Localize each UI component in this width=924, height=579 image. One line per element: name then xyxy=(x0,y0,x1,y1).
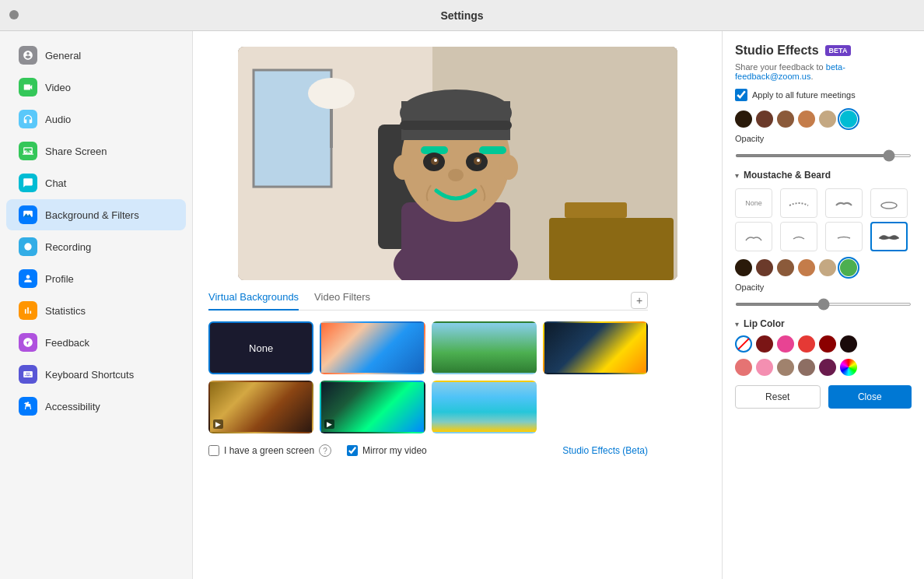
opacity-slider-mustache[interactable] xyxy=(735,303,912,306)
sidebar-item-accessibility[interactable]: Accessibility xyxy=(6,391,186,422)
sidebar: GeneralVideoAudioShare ScreenChatBackgro… xyxy=(0,31,193,579)
tab-virtual-backgrounds[interactable]: Virtual Backgrounds xyxy=(208,291,299,311)
close-dot[interactable] xyxy=(9,10,19,19)
apply-row: Apply to all future meetings xyxy=(735,89,912,101)
mustache-1[interactable] xyxy=(780,188,817,218)
sidebar-item-chat[interactable]: Chat xyxy=(6,167,186,198)
mustache-swatch-6[interactable] xyxy=(840,259,857,276)
panel-buttons: Reset Close xyxy=(735,385,912,409)
eyebrow-swatch-1[interactable] xyxy=(735,111,752,128)
mustache-grid: None xyxy=(735,188,912,251)
background-grid: None ▶ ▶ xyxy=(208,321,648,433)
recording-icon xyxy=(19,237,37,256)
mustache-6[interactable] xyxy=(825,222,863,251)
sidebar-label-recording: Recording xyxy=(45,241,91,253)
sidebar-item-recording[interactable]: Recording xyxy=(6,231,186,262)
sidebar-label-accessibility: Accessibility xyxy=(45,401,100,412)
mustache-3[interactable] xyxy=(870,188,908,218)
bg-space[interactable] xyxy=(543,321,648,374)
svg-point-27 xyxy=(448,169,464,181)
lip-swatch-8[interactable] xyxy=(777,359,794,376)
video-icon: ▶ xyxy=(213,419,223,429)
eyebrow-swatch-3[interactable] xyxy=(777,111,794,128)
bottom-controls: I have a green screen ? Mirror my video … xyxy=(208,444,648,457)
sidebar-label-share-screen: Share Screen xyxy=(45,146,107,157)
svg-point-1 xyxy=(24,243,31,250)
bg-aurora[interactable]: ▶ xyxy=(320,381,425,433)
mustache-5[interactable] xyxy=(780,222,817,251)
green-screen-help[interactable]: ? xyxy=(319,444,331,457)
mustache-none-label: None xyxy=(745,199,762,207)
sidebar-label-chat: Chat xyxy=(45,177,66,189)
eyebrow-swatch-4[interactable] xyxy=(798,111,815,128)
opacity-slider-wrap-eyebrow xyxy=(735,146,912,160)
sidebar-label-audio: Audio xyxy=(45,114,71,125)
svg-point-26 xyxy=(477,159,480,162)
lip-swatch-5[interactable] xyxy=(840,335,857,353)
close-button[interactable]: Close xyxy=(828,385,912,409)
bg-golden-gate[interactable] xyxy=(320,321,425,374)
sidebar-label-background-filters: Background & Filters xyxy=(45,209,139,221)
bg-grass[interactable] xyxy=(432,321,537,374)
apply-checkbox[interactable] xyxy=(735,89,747,101)
sidebar-item-profile[interactable]: Profile xyxy=(6,263,186,294)
mustache-2[interactable] xyxy=(825,188,863,218)
opacity-slider-eyebrow[interactable] xyxy=(735,154,912,157)
sidebar-item-general[interactable]: General xyxy=(6,40,186,71)
lip-color-swatches-row2 xyxy=(735,359,912,376)
eyebrow-swatch-2[interactable] xyxy=(756,111,773,128)
sidebar-item-video[interactable]: Video xyxy=(6,72,186,103)
bg-beach[interactable] xyxy=(432,381,537,433)
lip-swatch-9[interactable] xyxy=(798,359,815,376)
svg-point-32 xyxy=(881,202,897,209)
sidebar-item-keyboard-shortcuts[interactable]: Keyboard Shortcuts xyxy=(6,359,186,390)
eyebrow-swatch-6[interactable] xyxy=(840,111,857,128)
lip-swatch-3[interactable] xyxy=(798,335,815,353)
share-screen-icon xyxy=(19,142,37,160)
svg-rect-10 xyxy=(330,109,333,148)
chevron-down-icon-lip: ▾ xyxy=(735,320,739,328)
lip-swatch-rainbow[interactable] xyxy=(840,359,857,376)
mustache-swatch-1[interactable] xyxy=(735,259,752,276)
mustache-swatch-2[interactable] xyxy=(756,259,773,276)
traffic-lights xyxy=(9,9,19,23)
sidebar-label-profile: Profile xyxy=(45,273,74,285)
lip-swatch-6[interactable] xyxy=(735,359,752,376)
eyebrow-color-swatches xyxy=(735,111,912,128)
lip-swatch-2[interactable] xyxy=(777,335,794,353)
green-screen-checkbox[interactable] xyxy=(208,445,219,456)
studio-panel: Studio Effects BETA Share your feedback … xyxy=(722,31,924,579)
sidebar-item-background-filters[interactable]: Background & Filters xyxy=(6,199,186,230)
lip-swatch-1[interactable] xyxy=(756,335,773,353)
mustache-7[interactable] xyxy=(870,222,908,251)
sidebar-item-feedback[interactable]: Feedback xyxy=(6,327,186,358)
tab-video-filters[interactable]: Video Filters xyxy=(314,291,370,311)
mustache-swatch-3[interactable] xyxy=(777,259,794,276)
lip-swatch-4[interactable] xyxy=(819,335,836,353)
chevron-down-icon: ▾ xyxy=(735,171,739,180)
bg-none[interactable]: None xyxy=(208,321,313,374)
profile-icon xyxy=(19,269,37,288)
lip-swatch-none[interactable] xyxy=(735,335,752,353)
add-background-button[interactable]: + xyxy=(631,292,648,309)
reset-button[interactable]: Reset xyxy=(735,385,821,409)
mustache-none[interactable]: None xyxy=(735,188,772,218)
sidebar-item-audio[interactable]: Audio xyxy=(6,104,186,135)
green-screen-label: I have a green screen xyxy=(224,445,314,456)
mustache-4[interactable] xyxy=(735,222,772,251)
sidebar-item-statistics[interactable]: Statistics xyxy=(6,295,186,326)
eyebrow-swatch-5[interactable] xyxy=(819,111,836,128)
lip-color-section-header[interactable]: ▾ Lip Color xyxy=(735,318,912,329)
bg-interior[interactable]: ▶ xyxy=(208,381,313,433)
mustache-swatch-4[interactable] xyxy=(798,259,815,276)
lip-swatch-10[interactable] xyxy=(819,359,836,376)
lip-swatch-7[interactable] xyxy=(756,359,773,376)
accessibility-icon xyxy=(19,397,37,416)
mustache-swatch-5[interactable] xyxy=(819,259,836,276)
studio-effects-link[interactable]: Studio Effects (Beta) xyxy=(562,445,648,456)
moustache-section-header[interactable]: ▾ Moustache & Beard xyxy=(735,170,912,181)
general-icon xyxy=(19,46,37,65)
video-icon-2: ▶ xyxy=(324,419,334,429)
mirror-video-checkbox[interactable] xyxy=(347,445,358,456)
sidebar-item-share-screen[interactable]: Share Screen xyxy=(6,135,186,167)
